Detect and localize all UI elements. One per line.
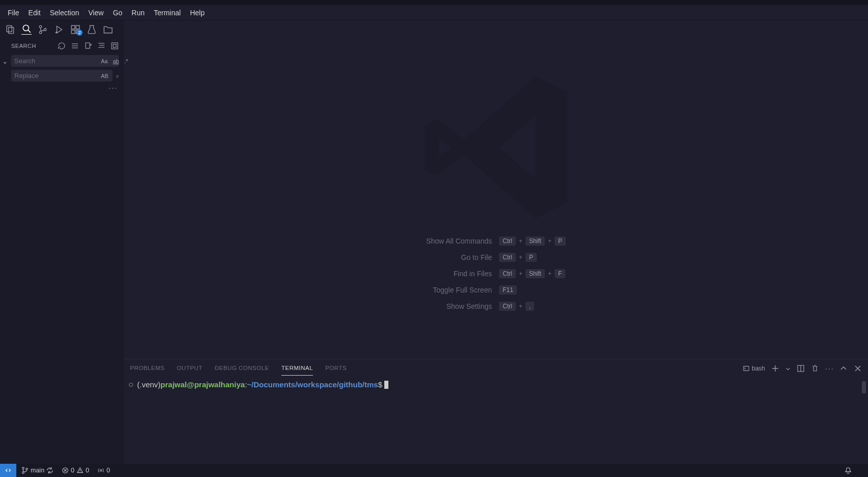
sidebar: 2 SEARCH bbox=[0, 20, 124, 464]
terminal-dropdown-icon[interactable] bbox=[785, 364, 791, 373]
key: F bbox=[555, 269, 565, 278]
menu-terminal[interactable]: Terminal bbox=[149, 7, 186, 18]
shortcut-keys: Ctrl + , bbox=[499, 302, 566, 311]
search-input-wrap[interactable]: Aa ab .* bbox=[11, 55, 119, 67]
maximize-panel-icon[interactable] bbox=[839, 364, 848, 373]
menu-edit[interactable]: Edit bbox=[24, 7, 45, 18]
status-branch[interactable]: main bbox=[21, 467, 54, 474]
menu-run[interactable]: Run bbox=[127, 7, 149, 18]
tab-debug-console[interactable]: DEBUG CONSOLE bbox=[215, 361, 269, 376]
new-terminal-icon[interactable] bbox=[771, 364, 779, 373]
search-icon[interactable] bbox=[21, 24, 32, 35]
extensions-icon[interactable]: 2 bbox=[70, 24, 81, 35]
shortcut-keys: Ctrl + P bbox=[499, 253, 566, 262]
close-panel-icon[interactable] bbox=[854, 364, 862, 373]
svg-point-40 bbox=[100, 469, 102, 471]
tab-ports[interactable]: PORTS bbox=[325, 361, 347, 376]
match-case-icon[interactable]: Aa bbox=[100, 58, 109, 65]
key: P bbox=[555, 236, 566, 246]
explorer-icon[interactable] bbox=[5, 24, 15, 35]
plus: + bbox=[519, 254, 522, 261]
tab-problems[interactable]: PROBLEMS bbox=[130, 361, 165, 376]
status-notifications[interactable] bbox=[845, 467, 852, 474]
warnings-count: 0 bbox=[86, 467, 89, 474]
ports-count: 0 bbox=[107, 467, 110, 474]
svg-point-35 bbox=[26, 468, 28, 470]
terminal-body[interactable]: (.venv) prajwal@prajwalhaniya : ~/Docume… bbox=[124, 377, 868, 464]
replace-input-wrap[interactable]: AB bbox=[11, 70, 113, 82]
shortcut-keys: Ctrl + Shift + P bbox=[499, 236, 566, 246]
run-debug-icon[interactable] bbox=[54, 24, 64, 35]
menu-help[interactable]: Help bbox=[186, 7, 209, 18]
svg-rect-23 bbox=[113, 44, 116, 47]
shortcut-label: Show All Commands bbox=[426, 237, 492, 245]
svg-point-6 bbox=[44, 29, 46, 31]
terminal-scrollbar[interactable] bbox=[862, 381, 866, 393]
plus: + bbox=[548, 237, 551, 245]
tab-terminal[interactable]: TERMINAL bbox=[281, 361, 313, 376]
split-terminal-icon[interactable] bbox=[797, 364, 805, 373]
match-word-icon[interactable]: ab bbox=[112, 58, 120, 65]
tab-output[interactable]: OUTPUT bbox=[177, 361, 202, 376]
menu-view[interactable]: View bbox=[84, 7, 108, 18]
terminal-user-host: prajwal@prajwalhaniya bbox=[161, 380, 245, 389]
error-icon bbox=[62, 467, 69, 474]
folder-icon[interactable] bbox=[103, 24, 113, 35]
menu-file[interactable]: File bbox=[3, 7, 24, 18]
terminal-venv: (.venv) bbox=[137, 380, 161, 389]
shell-label: bash bbox=[752, 365, 765, 372]
preserve-case-icon[interactable]: AB bbox=[100, 72, 110, 80]
status-problems[interactable]: 0 0 bbox=[62, 467, 89, 474]
svg-rect-1 bbox=[9, 28, 14, 34]
warning-icon bbox=[76, 467, 84, 474]
svg-rect-9 bbox=[71, 30, 75, 34]
clear-icon[interactable] bbox=[71, 42, 79, 50]
new-file-icon[interactable] bbox=[84, 42, 92, 50]
refresh-icon[interactable] bbox=[58, 42, 66, 50]
replace-all-icon[interactable] bbox=[116, 71, 119, 81]
plus: + bbox=[519, 303, 522, 310]
replace-input[interactable] bbox=[14, 72, 100, 80]
plus: + bbox=[519, 237, 522, 245]
search-header-actions bbox=[58, 42, 119, 50]
terminal-status-icon bbox=[129, 383, 133, 387]
key: , bbox=[525, 302, 534, 311]
svg-rect-16 bbox=[86, 43, 90, 48]
extensions-badge: 2 bbox=[76, 30, 83, 36]
sync-icon bbox=[46, 467, 54, 474]
menu-selection[interactable]: Selection bbox=[45, 7, 84, 18]
testing-icon[interactable] bbox=[87, 24, 97, 35]
shortcut-label: Go to File bbox=[426, 253, 492, 261]
shortcut-label: Toggle Full Screen bbox=[426, 286, 492, 294]
plus: + bbox=[519, 270, 522, 277]
status-ports[interactable]: 0 bbox=[97, 467, 110, 474]
shortcut-keys: Ctrl + Shift + F bbox=[499, 269, 566, 278]
search-fields: ⌄ Aa ab .* AB bbox=[0, 53, 124, 82]
vscode-logo-icon bbox=[417, 68, 575, 226]
source-control-icon[interactable] bbox=[38, 24, 48, 35]
svg-rect-0 bbox=[7, 25, 12, 32]
key: Ctrl bbox=[499, 236, 516, 246]
key: Ctrl bbox=[499, 269, 516, 278]
svg-point-2 bbox=[23, 25, 29, 31]
svg-line-3 bbox=[28, 30, 31, 33]
broadcast-icon bbox=[97, 467, 104, 474]
remote-icon bbox=[5, 467, 12, 474]
collapse-icon[interactable] bbox=[111, 42, 119, 50]
editor-area: Show All Commands Ctrl + Shift + P Go to… bbox=[124, 20, 868, 464]
menubar: File Edit Selection View Go Run Terminal… bbox=[0, 5, 868, 20]
search-input[interactable] bbox=[14, 57, 100, 65]
terminal-shell-name[interactable]: bash bbox=[743, 365, 765, 372]
search-more-options[interactable]: ··· bbox=[0, 82, 124, 94]
welcome-view: Show All Commands Ctrl + Shift + P Go to… bbox=[124, 20, 868, 359]
menu-go[interactable]: Go bbox=[108, 7, 127, 18]
trash-icon[interactable] bbox=[811, 364, 819, 373]
key: Shift bbox=[525, 269, 545, 278]
more-icon[interactable]: ··· bbox=[825, 364, 833, 373]
remote-button[interactable] bbox=[0, 464, 16, 477]
view-mode-icon[interactable] bbox=[97, 42, 106, 50]
errors-count: 0 bbox=[71, 467, 74, 474]
panel-tabs: PROBLEMS OUTPUT DEBUG CONSOLE TERMINAL P… bbox=[124, 359, 868, 377]
toggle-replace-chevron-icon[interactable]: ⌄ bbox=[2, 57, 8, 65]
window-top-gutter bbox=[0, 0, 868, 5]
